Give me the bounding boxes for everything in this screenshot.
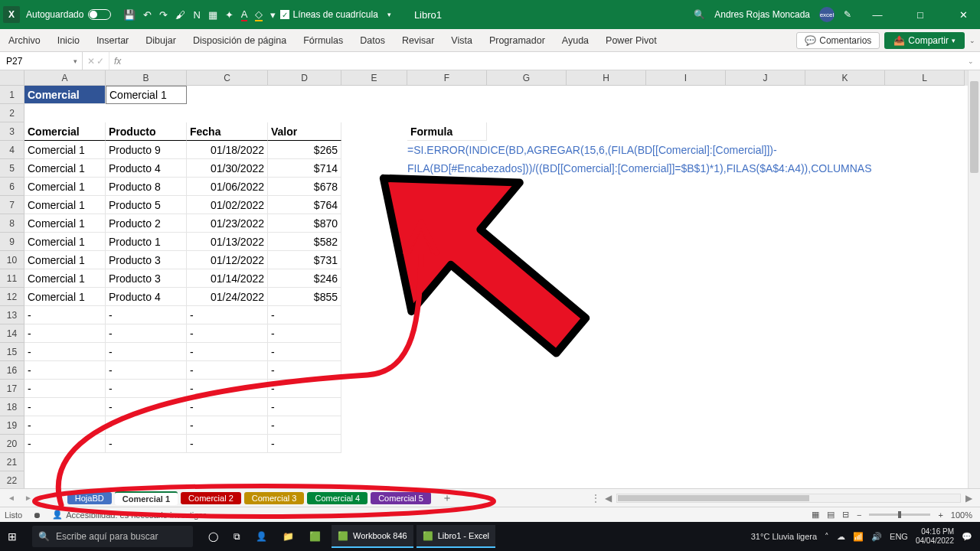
fx-label[interactable]: fx bbox=[109, 56, 121, 67]
zoom-thumb[interactable] bbox=[898, 511, 901, 518]
formula-header[interactable]: Formula bbox=[407, 122, 487, 141]
clock[interactable]: 04:16 PM 04/04/2022 bbox=[916, 527, 954, 546]
row-headers[interactable]: 12345678910111213141516171819202122 bbox=[0, 86, 24, 488]
table-cell[interactable]: Producto 8 bbox=[106, 178, 187, 196]
brush-icon[interactable]: 🖌 bbox=[175, 9, 185, 21]
column-header[interactable]: G bbox=[487, 70, 567, 86]
record-macro-icon[interactable]: ⏺ bbox=[33, 510, 41, 520]
table-cell[interactable]: Comercial 1 bbox=[24, 233, 106, 251]
table-cell[interactable]: 01/23/2022 bbox=[187, 214, 268, 233]
notifications-icon[interactable]: 💬 bbox=[962, 532, 972, 542]
table-cell[interactable]: Producto 3 bbox=[106, 269, 187, 288]
table-icon[interactable]: ▦ bbox=[208, 9, 217, 21]
table-cell[interactable]: - bbox=[106, 306, 187, 324]
table-cell[interactable]: 01/12/2022 bbox=[187, 251, 268, 269]
table-cell[interactable]: $246 bbox=[268, 269, 341, 288]
ribbon-tab-insertar[interactable]: Insertar bbox=[88, 35, 137, 46]
close-button[interactable]: ✕ bbox=[946, 0, 980, 29]
table-cell[interactable]: - bbox=[268, 398, 341, 416]
row-header[interactable]: 11 bbox=[0, 269, 24, 288]
table-cell[interactable]: 01/24/2022 bbox=[187, 288, 268, 306]
tray-chevron-icon[interactable]: ˄ bbox=[825, 532, 829, 542]
row-header[interactable]: 17 bbox=[0, 380, 24, 398]
normal-view-icon[interactable]: ▦ bbox=[812, 510, 819, 520]
sheet-nav-left-icon[interactable]: ◄ bbox=[3, 494, 20, 502]
formula-text[interactable]: =SI.ERROR(INDICE(BD,AGREGAR(15,6,(FILA(B… bbox=[407, 141, 777, 159]
vertical-scrollbar[interactable] bbox=[968, 70, 980, 488]
sheet-tab[interactable]: Comercial 5 bbox=[371, 492, 431, 504]
row-header[interactable]: 12 bbox=[0, 288, 24, 306]
sheets-icon[interactable]: 🟩 bbox=[302, 522, 328, 551]
row-header[interactable]: 22 bbox=[0, 471, 24, 488]
dropdown-icon[interactable]: ▾ bbox=[270, 9, 276, 21]
table-cell[interactable]: 01/18/2022 bbox=[187, 141, 268, 159]
scrollbar-thumb[interactable] bbox=[970, 81, 978, 173]
language[interactable]: ENG bbox=[890, 532, 908, 541]
table-cell[interactable]: - bbox=[187, 416, 268, 435]
row-header[interactable]: 16 bbox=[0, 361, 24, 380]
table-cell[interactable]: - bbox=[24, 361, 106, 380]
zoom-in-icon[interactable]: + bbox=[938, 510, 942, 520]
task-view-icon[interactable]: ⧉ bbox=[226, 522, 248, 551]
table-cell[interactable]: - bbox=[268, 324, 341, 343]
column-header[interactable]: C bbox=[187, 70, 268, 86]
column-header[interactable]: K bbox=[805, 70, 885, 86]
ribbon-tab-vista[interactable]: Vista bbox=[443, 35, 481, 46]
table-cell[interactable]: - bbox=[24, 306, 106, 324]
table-cell[interactable]: - bbox=[187, 306, 268, 324]
table-cell[interactable]: - bbox=[268, 416, 341, 435]
column-header[interactable]: B bbox=[106, 70, 187, 86]
sheet-tab[interactable]: Comercial 1 bbox=[115, 491, 178, 505]
table-cell[interactable]: - bbox=[268, 343, 341, 361]
cells-area[interactable]: ComercialComercial 1ComercialProductoFec… bbox=[24, 86, 968, 488]
people-icon[interactable]: 👤 bbox=[248, 522, 275, 551]
chevron-down-icon[interactable]: ▾ bbox=[74, 57, 82, 65]
search-icon[interactable]: 🔍 bbox=[694, 9, 705, 20]
row-header[interactable]: 1 bbox=[0, 86, 24, 104]
user-name[interactable]: Andres Rojas Moncada bbox=[714, 9, 810, 20]
formula-text[interactable]: ($A$4:A4)),"-") bbox=[407, 178, 477, 196]
weather-widget[interactable]: 31°C Lluvia ligera bbox=[751, 532, 817, 541]
ribbon-tab-disposición-de-página[interactable]: Disposición de página bbox=[185, 35, 295, 46]
table-cell[interactable]: 01/30/2022 bbox=[187, 159, 268, 178]
table-cell[interactable]: - bbox=[106, 435, 187, 453]
save-icon[interactable]: 💾 bbox=[123, 9, 136, 21]
ribbon-tab-fórmulas[interactable]: Fórmulas bbox=[295, 35, 351, 46]
sparkle-icon[interactable]: ✦ bbox=[225, 9, 234, 21]
table-header[interactable]: Valor bbox=[268, 122, 341, 141]
ribbon-tab-inicio[interactable]: Inicio bbox=[49, 35, 88, 46]
table-cell[interactable]: Producto 5 bbox=[106, 196, 187, 214]
table-cell[interactable]: - bbox=[187, 398, 268, 416]
accessibility-icon[interactable]: 👤 bbox=[52, 510, 63, 520]
table-cell[interactable]: - bbox=[106, 343, 187, 361]
table-cell[interactable]: - bbox=[268, 380, 341, 398]
spreadsheet-grid[interactable]: ABCDEFGHIJKL 123456789101112131415161718… bbox=[0, 70, 980, 488]
row-header[interactable]: 14 bbox=[0, 324, 24, 343]
horizontal-scrollbar[interactable] bbox=[616, 494, 961, 503]
page-break-icon[interactable]: ⊟ bbox=[842, 510, 849, 520]
ribbon-tab-power-pivot[interactable]: Power Pivot bbox=[597, 35, 665, 46]
ribbon-tab-archivo[interactable]: Archivo bbox=[0, 35, 49, 46]
table-header[interactable]: Producto bbox=[106, 122, 187, 141]
column-header[interactable]: D bbox=[268, 70, 341, 86]
tab-more-icon[interactable]: ⋮ bbox=[591, 493, 600, 504]
row-header[interactable]: 2 bbox=[0, 104, 24, 122]
table-cell[interactable]: 01/13/2022 bbox=[187, 233, 268, 251]
row-header[interactable]: 8 bbox=[0, 214, 24, 233]
ribbon-tab-datos[interactable]: Datos bbox=[351, 35, 394, 46]
cell-a1[interactable]: Comercial bbox=[24, 86, 106, 104]
cancel-icon[interactable]: ✕ bbox=[87, 56, 95, 67]
zoom-slider[interactable] bbox=[869, 514, 930, 516]
gridlines-checkbox[interactable]: ✓ Líneas de cuadrícula ▾ bbox=[280, 9, 390, 20]
column-header[interactable]: E bbox=[341, 70, 407, 86]
table-cell[interactable]: - bbox=[24, 324, 106, 343]
table-cell[interactable]: $714 bbox=[268, 159, 341, 178]
table-cell[interactable]: - bbox=[106, 416, 187, 435]
zoom-value[interactable]: 100% bbox=[951, 510, 972, 520]
search-button[interactable]: 🔍 Escribe aquí para buscar bbox=[24, 522, 201, 551]
row-header[interactable]: 4 bbox=[0, 141, 24, 159]
table-cell[interactable]: Comercial 1 bbox=[24, 196, 106, 214]
row-header[interactable]: 19 bbox=[0, 416, 24, 435]
table-cell[interactable]: 01/14/2022 bbox=[187, 269, 268, 288]
column-headers[interactable]: ABCDEFGHIJKL bbox=[24, 70, 968, 86]
